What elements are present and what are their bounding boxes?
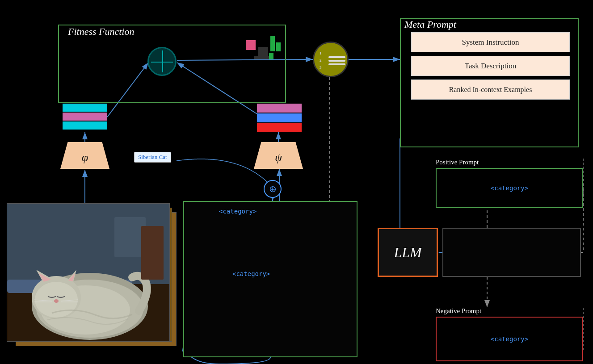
llm-label: LLM <box>394 244 421 261</box>
siberian-cat-label: Siberian Cat <box>134 152 171 163</box>
phi-label: φ <box>82 146 88 164</box>
positive-prompt-text: <category> <box>491 184 528 192</box>
llm-box: LLM <box>378 228 438 277</box>
svg-rect-27 <box>254 56 269 59</box>
category-box <box>183 201 357 357</box>
category-text-top: <category> <box>219 208 257 215</box>
phi-bar-3 <box>63 121 107 130</box>
meta-item-ranked-examples: Ranked In-context Examples <box>411 79 570 100</box>
psi-output-bars <box>257 104 302 137</box>
svg-rect-47 <box>141 226 164 280</box>
phi-encoder: φ <box>60 142 109 169</box>
meta-item-system-instruction: System Instruction <box>411 32 570 52</box>
crosshair-circle <box>147 47 177 76</box>
negative-prompt-section: Negative Prompt <category> <box>436 307 583 361</box>
fitness-chart <box>241 31 282 67</box>
phi-bar-2 <box>63 113 107 121</box>
negative-prompt-label: Negative Prompt <box>436 307 583 315</box>
psi-bar-3 <box>257 123 302 132</box>
psi-encoder: ψ <box>254 142 303 169</box>
cat-photo <box>7 204 169 341</box>
psi-label: ψ <box>275 146 282 164</box>
positive-prompt-label: Positive Prompt <box>436 159 583 166</box>
llm-input-box <box>442 228 581 277</box>
svg-point-37 <box>54 299 59 303</box>
meta-item-task-description: Task Description <box>411 56 570 76</box>
cat-image-stack <box>7 203 181 355</box>
psi-bar-2 <box>257 113 302 122</box>
list-circle: 1 2 3 <box>313 42 349 77</box>
cat-img-front <box>7 203 170 342</box>
psi-bar-1 <box>257 104 302 113</box>
meta-prompt-label: Meta Prompt <box>404 19 456 30</box>
svg-rect-46 <box>114 217 146 257</box>
category-text-bottom: <category> <box>232 270 270 277</box>
positive-prompt-section: Positive Prompt <category> <box>436 159 583 208</box>
phi-bar-1 <box>63 104 107 112</box>
svg-rect-25 <box>270 36 275 51</box>
plus-circle: ⊕ <box>264 180 282 198</box>
cat-svg <box>7 204 170 342</box>
svg-rect-28 <box>269 53 273 59</box>
svg-rect-23 <box>246 40 256 50</box>
svg-rect-24 <box>258 47 268 57</box>
positive-prompt-box: <category> <box>436 168 583 208</box>
svg-rect-26 <box>276 42 281 51</box>
negative-prompt-text: <category> <box>491 335 528 343</box>
fitness-function-label: Fitness Function <box>68 26 134 38</box>
phi-output-bars <box>63 104 107 130</box>
diagram-container: Fitness Function 1 2 3 Meta Prompt Syste… <box>0 0 593 364</box>
negative-prompt-box: <category> <box>436 317 583 361</box>
